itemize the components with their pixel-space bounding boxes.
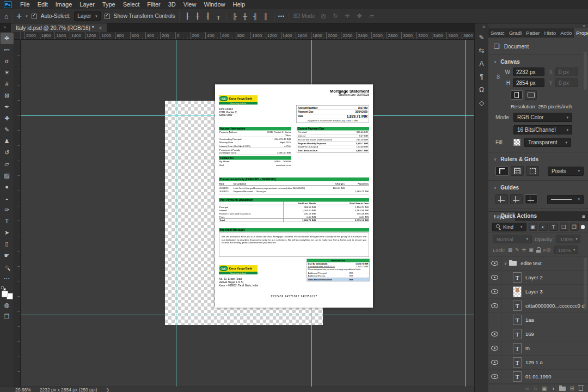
- distribute-right-edges-icon[interactable]: ╢: [252, 13, 260, 20]
- add-layer-mask-icon[interactable]: ▣: [542, 385, 547, 391]
- new-group-icon[interactable]: [559, 387, 566, 391]
- align-right-edges-icon[interactable]: ┨: [204, 13, 212, 20]
- show-transform-checkbox[interactable]: [105, 14, 110, 19]
- zoom-tool[interactable]: ○: [1, 261, 14, 273]
- marquee-tool[interactable]: ▭: [1, 44, 14, 56]
- brush-settings-panel-icon[interactable]: ✎: [476, 32, 488, 43]
- chevron-down-icon[interactable]: ▾: [26, 14, 28, 19]
- path-selection-tool[interactable]: ➤: [1, 227, 14, 238]
- eye-icon[interactable]: [491, 346, 498, 351]
- foreground-color-swatch[interactable]: [2, 291, 8, 297]
- expand-panels-icon[interactable]: »: [482, 24, 488, 30]
- text-layer-thumbnail[interactable]: T: [513, 371, 522, 382]
- filter-toggle-icon[interactable]: [581, 225, 585, 229]
- lock-position-icon[interactable]: ✛: [522, 247, 526, 253]
- visibility-cell[interactable]: [488, 285, 501, 298]
- eraser-tool[interactable]: ▱: [1, 158, 14, 170]
- canvas-section-header[interactable]: ∨ Canvas: [488, 55, 588, 66]
- panel-tab[interactable]: Gradi: [507, 28, 524, 38]
- eye-icon[interactable]: [491, 275, 498, 280]
- link-layers-icon[interactable]: ∞: [525, 385, 529, 391]
- scrollbar[interactable]: [584, 258, 587, 310]
- visibility-cell[interactable]: [488, 299, 501, 313]
- align-horizontal-centers-icon[interactable]: ╂: [194, 13, 202, 20]
- expand-chevron-icon[interactable]: ∨: [504, 261, 507, 266]
- fill-swatch[interactable]: [513, 139, 520, 146]
- align-left-edges-icon[interactable]: ┠: [183, 13, 192, 20]
- text-layer-thumbnail[interactable]: T: [513, 272, 522, 283]
- layer-name[interactable]: Layer 3: [525, 289, 543, 295]
- link-dimensions-icon[interactable]: 8: [497, 74, 500, 80]
- horizontal-ruler[interactable]: 2000180016001400120010008006004002000200…: [21, 32, 474, 40]
- portrait-orientation-button[interactable]: [511, 90, 523, 100]
- layer-row[interactable]: ∨ T 01.01.1990: [488, 370, 588, 384]
- lock-artboard-icon[interactable]: ▣: [529, 247, 534, 253]
- visibility-cell[interactable]: [488, 313, 501, 327]
- layer-name[interactable]: citta0000000...ccccccc0 d: [525, 303, 585, 309]
- collapse-tools-icon[interactable]: »: [0, 23, 11, 32]
- guide-vertical[interactable]: [176, 40, 176, 387]
- text-layer-thumbnail[interactable]: T: [513, 315, 522, 325]
- opacity-field[interactable]: 100%▾: [556, 235, 580, 243]
- panel-tab[interactable]: Properties: [574, 28, 588, 38]
- bit-depth-dropdown[interactable]: 16 Bits/Channel▾: [513, 125, 572, 134]
- move-tool[interactable]: ✛: [1, 33, 14, 44]
- foreground-background-swatches[interactable]: [1, 286, 14, 299]
- toggle-rulers-button[interactable]: [495, 166, 509, 176]
- toggle-grid-button[interactable]: [511, 166, 524, 176]
- lock-guides-button[interactable]: [525, 194, 537, 204]
- width-field[interactable]: 2232 px: [513, 68, 544, 76]
- layer-row[interactable]: ∨ T 1aa: [488, 313, 588, 327]
- toggle-guides-button[interactable]: [495, 194, 508, 204]
- lock-transparency-icon[interactable]: ▦: [508, 247, 513, 253]
- 3d-panel-icon[interactable]: ◇: [476, 97, 488, 108]
- menu-item[interactable]: View: [180, 1, 200, 8]
- filter-type-layers-icon[interactable]: T: [549, 223, 558, 231]
- menu-item[interactable]: 3D: [164, 1, 180, 8]
- panel-tab[interactable]: Actio: [558, 28, 574, 38]
- edit-guides-button[interactable]: [510, 194, 523, 204]
- eye-icon[interactable]: [491, 289, 498, 294]
- height-field[interactable]: 2854 px: [513, 78, 544, 87]
- distribute-horizontal-centers-icon[interactable]: ╫: [241, 13, 249, 20]
- visibility-cell[interactable]: [488, 327, 501, 341]
- object-selection-tool[interactable]: ✶: [1, 67, 14, 78]
- text-layer-thumbnail[interactable]: T: [513, 357, 522, 367]
- close-icon[interactable]: ×: [99, 25, 102, 31]
- more-options-icon[interactable]: •••: [278, 14, 285, 19]
- eye-icon[interactable]: [491, 303, 498, 308]
- ruler-corner[interactable]: [14, 32, 21, 40]
- text-layer-thumbnail[interactable]: T: [513, 343, 522, 353]
- eye-icon[interactable]: [491, 317, 498, 322]
- visibility-cell[interactable]: [488, 271, 501, 284]
- layer-name[interactable]: Layer 2: [525, 274, 543, 280]
- blend-mode-dropdown[interactable]: Normal▾: [493, 235, 532, 243]
- menu-item[interactable]: Edit: [34, 1, 52, 8]
- visibility-cell[interactable]: [488, 356, 501, 369]
- dodge-tool[interactable]: ◒: [1, 193, 14, 204]
- healing-brush-tool[interactable]: ✚: [1, 113, 14, 124]
- distribute-spacing-icon[interactable]: ║: [262, 13, 270, 20]
- glyphs-panel-icon[interactable]: Ω: [476, 84, 488, 95]
- vertical-ruler[interactable]: [14, 40, 21, 387]
- layer-effects-icon[interactable]: fx: [534, 386, 537, 391]
- blur-tool[interactable]: ●: [1, 181, 14, 193]
- clone-source-panel-icon[interactable]: ⇆: [476, 45, 488, 56]
- text-layer-thumbnail[interactable]: T: [513, 329, 522, 339]
- delete-layer-icon[interactable]: [579, 386, 583, 391]
- color-mode-dropdown[interactable]: RGB Color▾: [513, 113, 572, 122]
- layer-row[interactable]: ∨ T 169: [488, 327, 588, 341]
- layer-name[interactable]: edite text: [520, 260, 542, 266]
- panel-tab[interactable]: Patter: [524, 28, 542, 38]
- eye-icon[interactable]: [491, 332, 498, 336]
- layer-row[interactable]: ∨ T Layer 3: [488, 285, 588, 299]
- menu-item[interactable]: Filter: [143, 1, 164, 8]
- menu-item[interactable]: Type: [99, 1, 119, 8]
- layer-row[interactable]: ∨ T m: [488, 341, 588, 356]
- lasso-tool[interactable]: σ: [1, 56, 14, 67]
- brush-tool[interactable]: ✎: [1, 124, 14, 136]
- quick-actions-section-header[interactable]: ∨ Quick Actions: [488, 209, 588, 220]
- layer-row[interactable]: ∨ T citta0000000...ccccccc0 d: [488, 299, 588, 313]
- document-tab[interactable]: Italy id.psd @ 20.7% (RGB/16) * ×: [11, 23, 107, 32]
- panel-tab[interactable]: Histo: [542, 28, 558, 38]
